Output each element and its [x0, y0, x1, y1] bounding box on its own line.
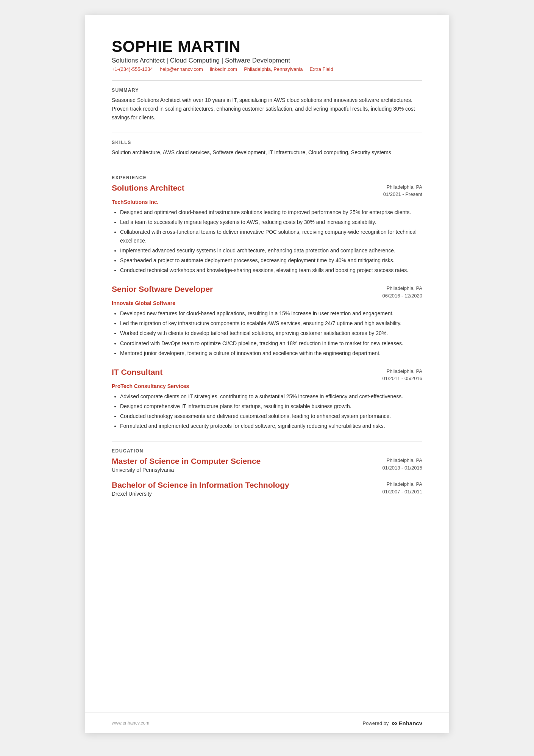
- contact-email: help@enhancv.com: [160, 66, 203, 72]
- skills-section: SKILLS Solution architecture, AWS cloud …: [112, 140, 422, 157]
- bullet-1-3: Coordinated with DevOps team to optimize…: [120, 339, 422, 348]
- edu-header-1: Bachelor of Science in Information Techn…: [112, 481, 422, 497]
- exp-date-1: 06/2016 - 12/2020: [382, 292, 422, 300]
- header-contacts: +1-(234)-555-1234 help@enhancv.com linke…: [112, 66, 422, 72]
- bullet-0-2: Collaborated with cross-functional teams…: [120, 228, 422, 245]
- bullet-2-1: Designed comprehensive IT infrastructure…: [120, 402, 422, 411]
- enhancv-icon: ∞: [392, 719, 397, 728]
- edu-school-1: Drexel University: [112, 491, 289, 497]
- exp-bullets-1: Developed new features for cloud-based a…: [112, 309, 422, 357]
- exp-entry-0: Solutions Architect Philadelphia, PA 01/…: [112, 183, 422, 275]
- exp-header-0: Solutions Architect Philadelphia, PA 01/…: [112, 183, 422, 198]
- bullet-2-2: Conducted technology assessments and del…: [120, 412, 422, 421]
- edu-date-0: 01/2013 - 01/2015: [382, 464, 422, 472]
- bullet-0-5: Conducted technical workshops and knowle…: [120, 266, 422, 275]
- footer-url: www.enhancv.com: [112, 720, 149, 726]
- exp-header-2: IT Consultant Philadelphia, PA 01/2011 -…: [112, 368, 422, 382]
- footer-powered: Powered by ∞ Enhancv: [363, 719, 422, 728]
- edu-entry-1: Bachelor of Science in Information Techn…: [112, 481, 422, 497]
- exp-location-1: Philadelphia, PA: [382, 285, 422, 292]
- edu-loc-date-1: Philadelphia, PA 01/2007 - 01/2011: [382, 481, 422, 495]
- exp-loc-date-2: Philadelphia, PA 01/2011 - 05/2016: [382, 368, 422, 382]
- experience-divider: [112, 441, 422, 441]
- edu-left-1: Bachelor of Science in Information Techn…: [112, 481, 289, 497]
- contact-linkedin: linkedin.com: [210, 66, 237, 72]
- header-divider: [112, 80, 422, 81]
- exp-location-2: Philadelphia, PA: [382, 368, 422, 375]
- footer-bar: www.enhancv.com Powered by ∞ Enhancv: [85, 712, 449, 733]
- skills-label: SKILLS: [112, 140, 422, 145]
- exp-title-2: IT Consultant: [112, 368, 162, 377]
- bullet-2-3: Formulated and implemented security prot…: [120, 422, 422, 430]
- bullet-2-0: Advised corporate clients on IT strategi…: [120, 392, 422, 401]
- exp-bullets-0: Designed and optimized cloud-based infra…: [112, 208, 422, 275]
- exp-bullets-2: Advised corporate clients on IT strategi…: [112, 392, 422, 430]
- exp-entry-1: Senior Software Developer Philadelphia, …: [112, 285, 422, 357]
- powered-by-label: Powered by: [363, 720, 389, 726]
- candidate-name: SOPHIE MARTIN: [112, 38, 422, 55]
- contact-extra: Extra Field: [310, 66, 333, 72]
- edu-title-1: Bachelor of Science in Information Techn…: [112, 481, 289, 490]
- summary-text: Seasoned Solutions Architect with over 1…: [112, 96, 422, 122]
- edu-title-0: Master of Science in Computer Science: [112, 457, 261, 466]
- bullet-0-3: Implemented advanced security systems in…: [120, 246, 422, 255]
- exp-company-1: Innovate Global Software: [112, 300, 422, 306]
- bullet-0-0: Designed and optimized cloud-based infra…: [120, 208, 422, 217]
- resume-page: SOPHIE MARTIN Solutions Architect | Clou…: [85, 15, 449, 733]
- skills-text: Solution architecture, AWS cloud service…: [112, 148, 422, 157]
- summary-divider: [112, 133, 422, 133]
- exp-title-0: Solutions Architect: [112, 183, 184, 193]
- exp-company-0: TechSolutions Inc.: [112, 199, 422, 205]
- exp-location-0: Philadelphia, PA: [383, 183, 422, 191]
- edu-loc-date-0: Philadelphia, PA 01/2013 - 01/2015: [382, 457, 422, 471]
- exp-company-2: ProTech Consultancy Services: [112, 383, 422, 389]
- edu-left-0: Master of Science in Computer Science Un…: [112, 457, 261, 473]
- header-section: SOPHIE MARTIN Solutions Architect | Clou…: [112, 38, 422, 72]
- edu-location-0: Philadelphia, PA: [382, 457, 422, 464]
- edu-date-1: 01/2007 - 01/2011: [382, 488, 422, 496]
- edu-school-0: University of Pennsylvania: [112, 467, 261, 473]
- education-label: EDUCATION: [112, 448, 422, 454]
- header-tagline: Solutions Architect | Cloud Computing | …: [112, 57, 422, 64]
- contact-phone: +1-(234)-555-1234: [112, 66, 153, 72]
- enhancv-brand: ∞ Enhancv: [392, 719, 422, 728]
- bullet-1-2: Worked closely with clients to develop t…: [120, 329, 422, 338]
- exp-entry-2: IT Consultant Philadelphia, PA 01/2011 -…: [112, 368, 422, 430]
- bullet-1-0: Developed new features for cloud-based a…: [120, 309, 422, 318]
- bullet-0-1: Led a team to successfully migrate legac…: [120, 218, 422, 227]
- enhancv-name: Enhancv: [398, 720, 422, 726]
- experience-section: EXPERIENCE Solutions Architect Philadelp…: [112, 175, 422, 431]
- exp-date-0: 01/2021 - Present: [383, 191, 422, 198]
- exp-date-2: 01/2011 - 05/2016: [382, 375, 422, 382]
- edu-header-0: Master of Science in Computer Science Un…: [112, 457, 422, 473]
- edu-entry-0: Master of Science in Computer Science Un…: [112, 457, 422, 473]
- summary-label: SUMMARY: [112, 88, 422, 93]
- exp-loc-date-0: Philadelphia, PA 01/2021 - Present: [383, 183, 422, 198]
- summary-section: SUMMARY Seasoned Solutions Architect wit…: [112, 88, 422, 122]
- skills-divider: [112, 168, 422, 168]
- bullet-1-4: Mentored junior developers, fostering a …: [120, 349, 422, 358]
- edu-location-1: Philadelphia, PA: [382, 481, 422, 488]
- experience-label: EXPERIENCE: [112, 175, 422, 180]
- bullet-1-1: Led the migration of key infrastructure …: [120, 319, 422, 328]
- contact-location: Philadelphia, Pennsylvania: [244, 66, 303, 72]
- bullet-0-4: Spearheaded a project to automate deploy…: [120, 256, 422, 265]
- education-section: EDUCATION Master of Science in Computer …: [112, 448, 422, 497]
- exp-loc-date-1: Philadelphia, PA 06/2016 - 12/2020: [382, 285, 422, 299]
- exp-header-1: Senior Software Developer Philadelphia, …: [112, 285, 422, 299]
- exp-title-1: Senior Software Developer: [112, 285, 213, 294]
